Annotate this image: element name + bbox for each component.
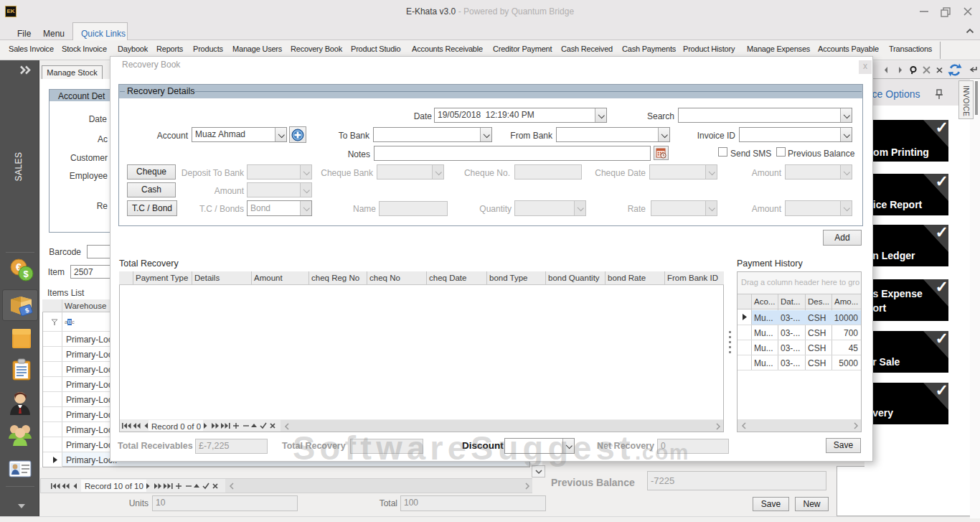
svg-text:$: $ (23, 269, 29, 279)
